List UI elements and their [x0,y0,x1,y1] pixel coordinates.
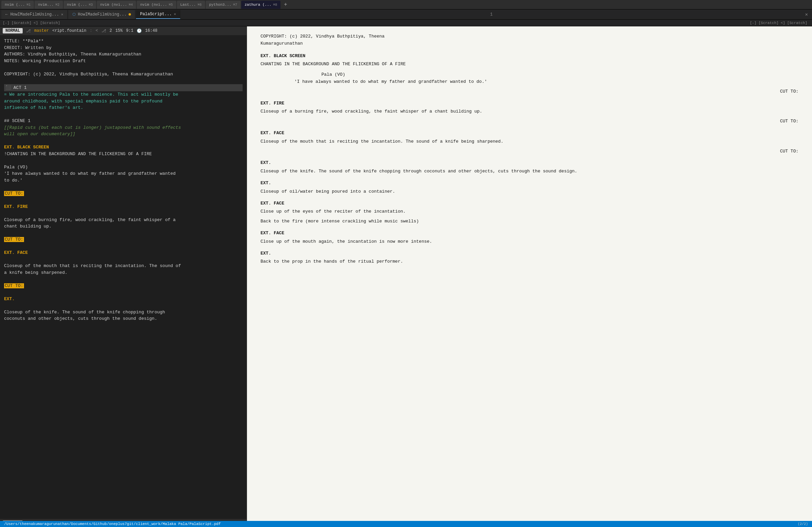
blank-12 [4,276,243,283]
clock-icon: 🕐 [137,28,142,33]
preview-action-oil: Closeup of oil/water being poured into a… [261,188,798,195]
tab-num-5: ⌘5 [169,3,173,7]
tab-close-area[interactable]: ✕ [802,12,811,17]
vim-mode: NORMAL [3,28,23,33]
tab-label-1: nvim (... [5,3,25,7]
scene1-note-1: [[Rapid cuts (but each cut is longer) ju… [4,124,243,131]
cut-to-1: CUT TO: [4,190,243,197]
file-tab-1[interactable]: ← HowIMadeFilmUsing... ✕ [1,10,68,19]
blank-11 [4,256,243,263]
preview-scene-ext-3: EXT. [261,250,798,257]
editor-pane[interactable]: NORMAL ⎇ master <ript.fountain : < ⎇ 2 1… [0,26,247,527]
scratch-left-3: <] [33,21,38,25]
scroll-pct: 15% [115,28,123,33]
knife-desc-1: Closeup of the knife. The sound of the k… [4,309,243,316]
preview-action-eyes: Close up of the eyes of the reciter of t… [261,208,798,215]
preview-scene-face-1: EXT. FACE [261,130,798,137]
tab-last[interactable]: Last... ⌘6 [177,1,205,9]
blank-9 [4,230,243,237]
preview-scene-face-3: EXT. FACE [261,230,798,237]
blank-14 [4,302,243,309]
blank-8 [4,210,243,217]
preview-dialogue-1: 'I have always wanted to do what my fath… [294,78,765,86]
global-status-bar: /Users/theenakumaragurunathan/Documents/… [0,521,812,527]
copyright-line: COPYRIGHT: (c) 2022, Vindhya Buthpitiya,… [4,71,243,78]
tab-nvim-5[interactable]: nvim (nvi... ⌘5 [137,1,176,9]
vim-icon: ⬡ [72,12,76,17]
preview-content: COPYRIGHT: (c) 2022, Vindhya Buthpitiya,… [261,33,798,265]
tab-nvim-1[interactable]: nvim (... ⌘1 [1,1,34,9]
tab-num-4: ⌘4 [129,3,133,7]
pdf-preview-pane: COPYRIGHT: (c) 2022, Vindhya Buthpitiya,… [247,26,812,527]
tab-nvim-3[interactable]: nvim (... ⌘3 [63,1,96,9]
page-count: (2/2) [798,522,808,526]
preview-scene-fire: EXT. FIRE [261,100,798,107]
scratch-right-1: [-] [750,21,756,25]
preview-action-prop: Back to the prop in the hands of the rit… [261,258,798,265]
preview-action-fire: Closeup of a burning fire, wood cracklin… [261,108,798,115]
tab-nvim-4[interactable]: nvim (nvi... ⌘4 [97,1,136,9]
tab-nvim-2[interactable]: nvim... ⌘2 [34,1,62,9]
blank-6 [4,183,243,190]
tab-zathura[interactable]: zathura (... ⌘8 [241,1,280,9]
tab-num-8: ⌘8 [273,3,277,7]
file-tab-bar[interactable]: ← HowIMadeFilmUsing... ✕ ⬡ HowIMadeFilmU… [0,10,812,20]
preview-action-face-1: Closeup of the mouth that is reciting th… [261,138,798,145]
preview-transition-2: CUT TO: [261,118,798,125]
scratch-right-3: <] [781,21,785,25]
tab-add-button[interactable]: + [281,2,290,8]
preview-action-fire-intense: Back to the fire (more intense crackling… [261,218,798,225]
tab-x-icon[interactable]: ✕ [805,12,808,17]
tab-num-7: ⌘7 [233,3,237,7]
pala-vo: Pala (VO) [4,164,243,171]
cursor-pos: 9:1 [126,28,133,33]
close-icon-3[interactable]: ✕ [174,12,176,16]
preview-scene-black-screen: EXT. BLACK SCREEN [261,53,798,60]
branch-icon: ⎇ [26,28,31,33]
scratch-right-2: [Scratch] [758,21,779,25]
ext-alone: EXT. [4,296,243,303]
authors-line: AUTHORS: Vindhya Buthpitiya, Theena Kuma… [4,51,243,58]
tab-label-3: nvim (... [67,3,87,7]
status-filename: <ript.fountain [52,28,86,33]
preview-character-pala: Pala (VO) [321,71,798,78]
act-desc-1: = We are introducing Pala to the audienc… [4,91,243,98]
notes-line: NOTES: Working Production Draft [4,58,243,64]
file-tab-2[interactable]: ⬡ HowIMadeFilmUsing... [68,10,135,19]
preview-transition-1: CUT TO: [261,88,798,95]
terminal-tab-bar[interactable]: nvim (... ⌘1 nvim... ⌘2 nvim (... ⌘3 nvi… [0,0,812,10]
cut-to-3-text: CUT TO: [4,283,24,288]
blank-3 [4,111,243,118]
scene1-header: ## SCENE 1 [4,118,243,124]
tab-python[interactable]: python3... ⌘7 [206,1,241,9]
tab-label-7: python3... [209,3,231,7]
git-branch: master [34,28,49,33]
blank-4 [4,138,243,144]
tab-center-num: 1 [490,12,493,17]
face-desc-2: a knife being sharpened. [4,269,243,276]
commit-num: 2 [110,28,112,33]
blank-10 [4,243,243,250]
preview-action-mouth-2: Close up of the mouth again, the incanta… [261,238,798,245]
preview-action-knife: Closeup of the knife. The sound of the k… [261,168,798,175]
cut-to-2-text: CUT TO: [4,237,24,242]
tab-label-4: nvim (nvi... [100,3,127,7]
file-tab-label-3: PalaScript... [140,12,172,17]
cut-to-2: CUT TO: [4,236,243,243]
tab-num-6: ⌘6 [198,3,202,7]
scratch-left-1: [-] [3,21,10,25]
blank-13 [4,289,243,296]
close-icon-1[interactable]: ✕ [61,12,63,17]
git-icon: ⎇ [102,28,106,33]
editor-text[interactable]: TITLE: **Pala** CREDIT: Written by AUTHO… [0,35,247,519]
dialogue-1: 'I have always wanted to do what my fath… [4,170,243,177]
preview-transition-3: CUT TO: [261,148,798,155]
blank-1 [4,64,243,71]
tab-num-2: ⌘2 [56,3,60,7]
ext-black-screen: EXT. BLACK SCREEN [4,144,243,151]
cut-to-1-text: CUT TO: [4,191,24,196]
credit-line: CREDIT: Written by [4,45,243,51]
preview-scene-ext-1: EXT. [261,160,798,167]
tab-label-2: nvim... [38,3,54,7]
file-tab-3[interactable]: PalaScript... ✕ [136,10,180,19]
